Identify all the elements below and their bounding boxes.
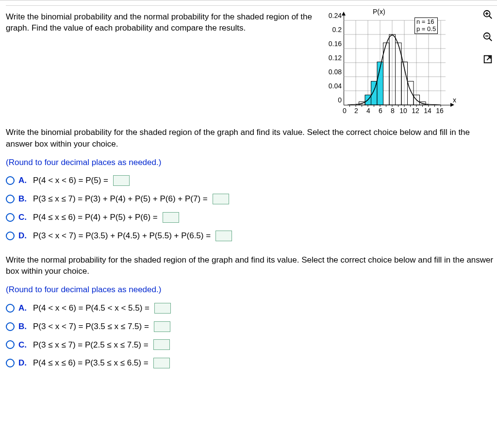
xtick: 10 <box>398 107 408 115</box>
option-label-b: B. <box>18 193 29 205</box>
q1-option-c-text: P(4 ≤ x ≤ 6) = P(4) + P(5) + P(6) = <box>33 212 158 223</box>
q1-radio-c[interactable] <box>6 213 15 222</box>
q1-answer-c[interactable] <box>163 212 179 223</box>
svg-line-42 <box>489 16 492 19</box>
ytick: 0.08 <box>322 68 342 76</box>
option-label-d: D. <box>18 357 29 369</box>
q2-radio-b[interactable] <box>6 322 15 331</box>
q2-answer-a[interactable] <box>154 303 171 314</box>
q1-answer-b[interactable] <box>213 194 229 204</box>
q2-rounding-note: (Round to four decimal places as needed.… <box>6 284 497 296</box>
xtick: 6 <box>376 107 385 115</box>
xtick: 14 <box>423 107 432 115</box>
zoom-in-button[interactable] <box>481 8 494 21</box>
option-label-a: A. <box>18 302 29 314</box>
option-label-b: B. <box>18 321 29 332</box>
q1-option-d-text: P(3 < x < 7) = P(3.5) + P(4.5) + P(5.5) … <box>33 230 211 242</box>
q2-radio-a[interactable] <box>6 304 15 313</box>
q2-answer-c[interactable] <box>153 339 170 350</box>
zoom-out-button[interactable] <box>481 31 494 43</box>
q2-prompt: Write the normal probability for the sha… <box>6 254 497 278</box>
ytick: 0.12 <box>322 54 342 62</box>
q1-prompt: Write the binomial probability for the s… <box>6 127 497 150</box>
xtick: 4 <box>364 107 373 115</box>
q1-answer-a[interactable] <box>113 175 130 186</box>
q2-answer-b[interactable] <box>154 321 170 332</box>
xtick: 16 <box>435 107 445 115</box>
q1-radio-a[interactable] <box>6 176 15 185</box>
svg-line-46 <box>489 38 492 41</box>
xtick: 0 <box>340 107 349 115</box>
shaded-bars <box>365 62 383 105</box>
q2-option-c-text: P(3 ≤ x ≤ 7) = P(2.5 ≤ x ≤ 7.5) = <box>33 339 149 351</box>
q1-radio-b[interactable] <box>6 195 15 203</box>
option-label-c: C. <box>18 212 29 223</box>
q2-radio-d[interactable] <box>6 359 15 367</box>
q2-option-a-text: P(4 < x < 6) = P(4.5 < x < 5.5) = <box>33 302 149 314</box>
problem-intro: Write the binomial probability and the n… <box>6 10 316 34</box>
xtick: 8 <box>388 107 398 115</box>
q2-option-b-text: P(3 < x < 7) = P(3.5 ≤ x ≤ 7.5) = <box>33 321 149 332</box>
q1-option-a-text: P(4 < x < 6) = P(5) = <box>33 175 108 186</box>
q1-answer-d[interactable] <box>215 231 232 241</box>
parameter-box: n = 16 p = 0.5 <box>414 17 438 34</box>
xtick: 12 <box>411 107 420 115</box>
q1-radio-d[interactable] <box>6 232 15 240</box>
q2-answer-d[interactable] <box>153 358 170 368</box>
option-label-c: C. <box>18 339 29 351</box>
ytick: 0.16 <box>322 40 342 48</box>
ytick: 0.24 <box>322 12 342 19</box>
popout-button[interactable] <box>481 53 494 66</box>
ytick: 0 <box>322 96 342 104</box>
xtick: 2 <box>351 107 361 115</box>
ytick: 0.04 <box>322 82 342 90</box>
svg-line-49 <box>487 57 490 60</box>
q2-radio-c[interactable] <box>6 340 15 349</box>
ytick: 0.2 <box>322 26 342 33</box>
option-label-d: D. <box>18 230 29 242</box>
q2-option-d-text: P(4 ≤ x ≤ 6) = P(3.5 ≤ x ≤ 6.5) = <box>33 357 149 369</box>
q1-rounding-note: (Round to four decimal places as needed.… <box>6 157 497 168</box>
probability-chart: P(x) x 0.24 0.2 0.16 0.12 0.08 0.04 0 0 … <box>322 10 463 114</box>
option-label-a: A. <box>18 175 29 186</box>
q1-option-b-text: P(3 ≤ x ≤ 7) = P(3) + P(4) + P(5) + P(6)… <box>33 193 208 205</box>
